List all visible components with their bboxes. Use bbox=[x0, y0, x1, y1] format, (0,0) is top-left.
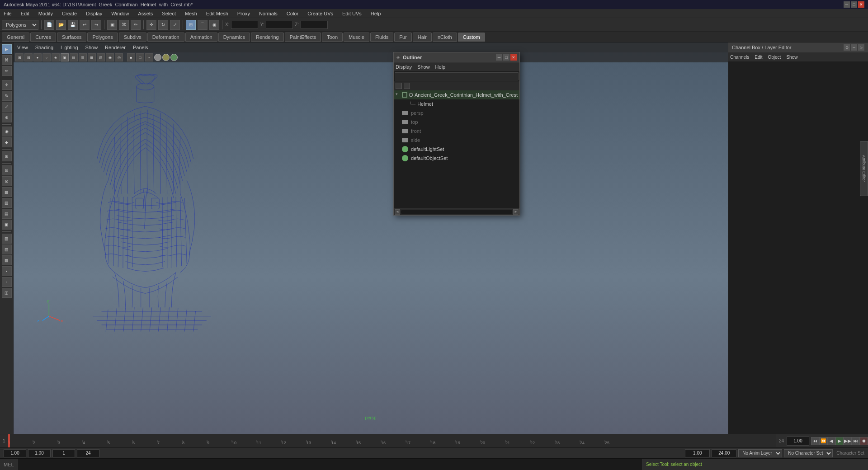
transport-record[interactable]: ⏺ bbox=[860, 437, 868, 445]
menu-create-uvs[interactable]: Create UVs bbox=[306, 10, 335, 17]
tb-save[interactable]: 💾 bbox=[68, 20, 78, 30]
vp-tb-btn1[interactable]: ⊞ bbox=[15, 53, 24, 61]
tool-snap3[interactable]: ▦ bbox=[2, 187, 12, 197]
character-set-select[interactable]: No Character Set bbox=[784, 449, 833, 457]
current-frame-field[interactable] bbox=[787, 437, 809, 446]
outliner-content[interactable]: ▾ Ancient_Greek_Corinthian_Helmet_with_C… bbox=[394, 90, 519, 208]
tb-undo[interactable]: ↩ bbox=[80, 20, 90, 30]
tab-hair[interactable]: Hair bbox=[413, 33, 432, 42]
panel-minimize-btn[interactable]: ─ bbox=[851, 44, 857, 51]
tab-fluids[interactable]: Fluids bbox=[370, 33, 393, 42]
tool-scale[interactable]: ⤢ bbox=[2, 102, 12, 112]
vp-tb-btn4[interactable]: ○ bbox=[42, 53, 51, 61]
tool-snap5[interactable]: ▤ bbox=[2, 209, 12, 219]
menu-display[interactable]: Display bbox=[84, 10, 104, 17]
tool-soft-mod[interactable]: ◉ bbox=[2, 127, 12, 136]
vp-menu-panels[interactable]: Panels bbox=[133, 45, 148, 50]
expand-icon-root[interactable]: ▾ bbox=[396, 92, 401, 98]
outliner-item-front[interactable]: ▾ front bbox=[394, 127, 519, 136]
command-input[interactable] bbox=[18, 459, 642, 470]
tab-custom[interactable]: Custom bbox=[458, 33, 485, 42]
outliner-col-expand[interactable] bbox=[396, 83, 402, 89]
vp-tb-light3[interactable] bbox=[170, 54, 178, 61]
tb-open[interactable]: 📂 bbox=[56, 20, 66, 30]
transport-step-back[interactable]: ⏪ bbox=[819, 437, 827, 445]
vp-tb-shading1[interactable]: ■ bbox=[127, 53, 135, 61]
tb-move[interactable]: ✛ bbox=[146, 20, 156, 30]
coord-z-input[interactable] bbox=[301, 21, 328, 29]
vp-tb-light2[interactable] bbox=[162, 54, 170, 61]
vp-tb-btn7[interactable]: ▤ bbox=[70, 53, 78, 61]
range-end-field[interactable] bbox=[712, 449, 736, 457]
outliner-menu-help[interactable]: Help bbox=[435, 64, 446, 70]
tool-render1[interactable]: ▨ bbox=[2, 234, 12, 244]
outliner-col-filter[interactable] bbox=[404, 83, 410, 89]
tb-new[interactable]: 📄 bbox=[44, 20, 54, 30]
tab-toon[interactable]: Toon bbox=[322, 33, 343, 42]
tab-dynamics[interactable]: Dynamics bbox=[218, 33, 250, 42]
vp-tb-shading3[interactable]: ▪ bbox=[145, 53, 153, 61]
tool-show-manip[interactable]: ⊞ bbox=[2, 151, 12, 161]
cb-menu-show[interactable]: Show bbox=[786, 55, 797, 60]
menu-assets[interactable]: Assets bbox=[136, 10, 155, 17]
outliner-item-helmet[interactable]: ▾ └─ Helmet bbox=[394, 99, 519, 108]
outliner-item-side[interactable]: ▾ side bbox=[394, 136, 519, 145]
tab-polygons[interactable]: Polygons bbox=[87, 33, 118, 42]
tool-move[interactable]: ✛ bbox=[2, 80, 12, 90]
vp-tb-btn8[interactable]: ▥ bbox=[79, 53, 87, 61]
tab-muscle[interactable]: Muscle bbox=[344, 33, 369, 42]
menu-edit-uvs[interactable]: Edit UVs bbox=[340, 10, 363, 17]
playback-frame-field[interactable] bbox=[52, 449, 75, 457]
menu-proxy[interactable]: Proxy bbox=[236, 10, 252, 17]
tb-paint[interactable]: ✏ bbox=[131, 20, 141, 30]
menu-select[interactable]: Select bbox=[160, 10, 178, 17]
tab-painteffects[interactable]: PaintEffects bbox=[285, 33, 321, 42]
transport-play-forward[interactable]: ▶ bbox=[835, 437, 844, 445]
vp-tb-btn12[interactable]: ◎ bbox=[115, 53, 123, 61]
tb-redo[interactable]: ↪ bbox=[91, 20, 101, 30]
playback-start-field[interactable]: 1.00 bbox=[4, 449, 26, 457]
menu-edit-mesh[interactable]: Edit Mesh bbox=[204, 10, 230, 17]
outliner-item-top[interactable]: ▾ top bbox=[394, 118, 519, 127]
tab-animation[interactable]: Animation bbox=[185, 33, 217, 42]
tool-rotate[interactable]: ↻ bbox=[2, 91, 12, 101]
menu-mesh[interactable]: Mesh bbox=[183, 10, 199, 17]
outliner-hscroll-track[interactable] bbox=[401, 210, 512, 214]
vp-menu-renderer[interactable]: Renderer bbox=[105, 45, 126, 50]
outliner-item-persp[interactable]: ▾ persp bbox=[394, 108, 519, 118]
tb-scale[interactable]: ⤢ bbox=[170, 20, 180, 30]
outliner-maximize-btn[interactable]: □ bbox=[503, 54, 509, 61]
vp-tb-btn10[interactable]: ▧ bbox=[97, 53, 105, 61]
tool-snap1[interactable]: ⊟ bbox=[2, 165, 12, 175]
vp-tb-btn9[interactable]: ▦ bbox=[88, 53, 96, 61]
transport-prev-key[interactable]: ◀ bbox=[827, 437, 835, 445]
playback-end-field[interactable] bbox=[77, 449, 99, 457]
tool-render4[interactable]: ▪ bbox=[2, 266, 12, 276]
tool-paint-select[interactable]: ✏ bbox=[2, 66, 12, 76]
vp-menu-view[interactable]: View bbox=[17, 45, 28, 50]
tb-snap-point[interactable]: ◉ bbox=[209, 20, 219, 30]
transport-next-key[interactable]: ▶▶ bbox=[844, 437, 852, 445]
vp-menu-shading[interactable]: Shading bbox=[35, 45, 53, 50]
vp-tb-btn3[interactable]: ● bbox=[33, 53, 42, 61]
tool-select[interactable]: ▶ bbox=[2, 44, 12, 54]
outliner-scroll-right[interactable]: ► bbox=[513, 209, 519, 215]
outliner-search-input[interactable] bbox=[395, 72, 519, 80]
transport-go-end[interactable]: ⏭ bbox=[852, 437, 860, 445]
tb-rotate[interactable]: ↻ bbox=[158, 20, 168, 30]
vp-tb-btn5[interactable]: ◈ bbox=[52, 53, 60, 61]
tab-subdivs[interactable]: Subdivs bbox=[119, 33, 146, 42]
coord-x-input[interactable] bbox=[231, 21, 258, 29]
tb-snap-grid[interactable]: ⊞ bbox=[186, 20, 196, 30]
panel-expand-btn[interactable]: ▷ bbox=[858, 44, 864, 51]
minimize-button[interactable]: ─ bbox=[844, 1, 850, 8]
timeline-ruler[interactable]: 1 2 3 4 5 6 7 8 9 10 11 12 13 14 15 16 1… bbox=[8, 434, 776, 448]
panel-settings-btn[interactable]: ⚙ bbox=[844, 44, 850, 51]
menu-normals[interactable]: Normals bbox=[257, 10, 279, 17]
vp-tb-btn6[interactable]: ▣ bbox=[61, 53, 69, 61]
menu-window[interactable]: Window bbox=[109, 10, 131, 17]
tool-lasso[interactable]: ⌘ bbox=[2, 55, 12, 65]
playback-speed-field[interactable] bbox=[28, 449, 51, 457]
tool-snap2[interactable]: ⊠ bbox=[2, 176, 12, 186]
tb-lasso[interactable]: ⌘ bbox=[119, 20, 129, 30]
